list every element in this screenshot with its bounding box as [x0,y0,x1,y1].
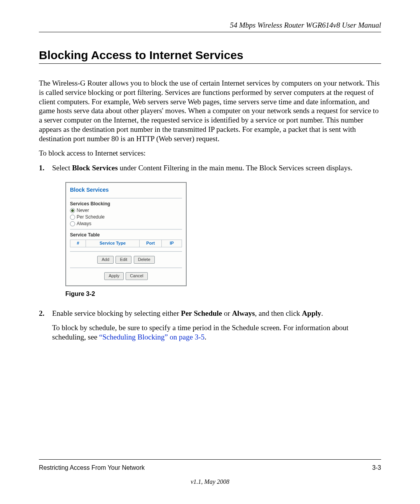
divider-icon [70,229,182,230]
footer-section-title: Restricting Access From Your Network [39,464,145,471]
cancel-button[interactable]: Cancel [126,272,147,280]
divider-icon [70,268,182,268]
step-2-g: . [321,309,323,317]
lead-in: To block access to Internet services: [39,149,381,158]
running-header: 54 Mbps Wireless Router WGR614v8 User Ma… [39,21,381,32]
radio-label: Per Schedule [77,214,105,220]
footer-version: v1.1, May 2008 [39,478,381,485]
step-1-text-pre: Select [52,164,72,172]
page-footer: Restricting Access From Your Network 3-3… [39,459,381,485]
step-2-e: , and then click [255,309,302,317]
section-heading: Blocking Access to Internet Services [39,49,381,64]
step-2-c: or [222,309,232,317]
step-2: Enable service blocking by selecting eit… [39,309,381,342]
col-type: Service Type [86,240,140,247]
radio-icon [70,208,75,213]
col-port: Port [139,240,161,247]
body-text: The Wireless-G Router allows you to bloc… [39,79,381,342]
step-1-text-post: under Content Filtering in the main menu… [118,164,352,172]
radio-label: Always [77,221,91,227]
radio-always[interactable]: Always [70,221,182,227]
services-blocking-label: Services Blocking [70,201,182,207]
add-button[interactable]: Add [97,256,114,264]
step-2-a: Enable service blocking by selecting eit… [52,309,181,317]
step-2-b: Per Schedule [181,309,222,317]
step-2-d: Always [232,309,255,317]
step-2-note-b: . [205,333,206,341]
panel-title: Block Services [70,187,182,194]
radio-per-schedule[interactable]: Per Schedule [70,214,182,220]
cross-reference-link[interactable]: “Scheduling Blocking” on page 3-5 [99,333,205,341]
figure-3-2: Block Services Services Blocking Never P… [65,182,187,286]
table-header-row: # Service Type Port IP [70,240,182,247]
block-services-panel: Block Services Services Blocking Never P… [65,182,187,286]
divider-icon [70,198,182,199]
step-2-note: To block by schedule, be sure to specify… [52,323,381,342]
manual-page: 54 Mbps Wireless Router WGR614v8 User Ma… [0,0,420,504]
step-1: Select Block Services under Content Filt… [39,163,381,298]
table-button-row: Add Edit Delete [70,256,182,264]
col-num: # [70,240,86,247]
radio-icon [70,215,75,220]
footer-page-number: 3-3 [372,464,381,471]
service-table-label: Service Table [70,232,182,238]
service-table: # Service Type Port IP [70,240,182,247]
radio-never[interactable]: Never [70,208,182,214]
step-1-bold: Block Services [72,164,118,172]
step-2-f: Apply [302,309,321,317]
procedure-list: Select Block Services under Content Filt… [39,163,381,342]
radio-label: Never [77,208,89,214]
figure-caption: Figure 3-2 [65,290,381,298]
delete-button[interactable]: Delete [134,256,155,264]
radio-icon [70,221,75,226]
apply-button[interactable]: Apply [104,272,124,280]
divider-icon [70,251,182,252]
edit-button[interactable]: Edit [116,256,131,264]
intro-paragraph: The Wireless-G Router allows you to bloc… [39,79,381,143]
col-ip: IP [162,240,182,247]
panel-button-row: Apply Cancel [70,272,182,280]
